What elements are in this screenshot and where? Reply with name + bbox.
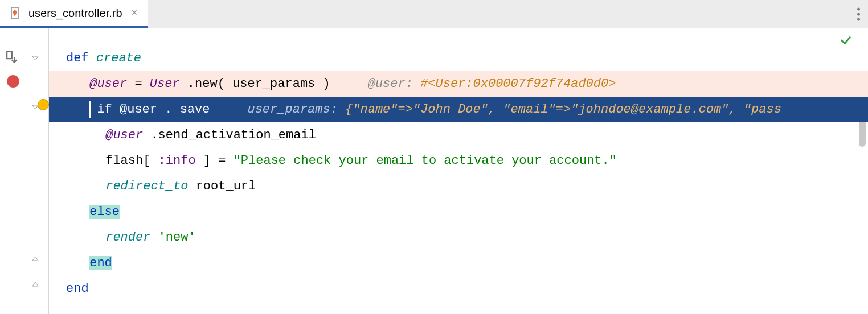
breakpoint-icon[interactable] — [7, 75, 19, 88]
code-area[interactable]: def create @user = User .new( user_param… — [49, 28, 868, 314]
fold-handle-up-icon[interactable] — [31, 253, 40, 262]
tab-filename: users_controller.rb — [28, 7, 122, 20]
code-line-breakpoint[interactable]: @user = User .new( user_params ) @user: … — [49, 71, 868, 97]
svg-rect-0 — [7, 51, 12, 59]
ruby-file-icon — [8, 6, 22, 20]
ivar: @user — [105, 128, 143, 142]
keyword: if — [97, 102, 112, 117]
render: render — [105, 230, 150, 245]
arg: user_params — [232, 77, 315, 91]
keyword-else: else — [89, 205, 120, 219]
string: 'new' — [158, 230, 196, 245]
gutter-actions — [0, 28, 26, 314]
inline-hint-label: user_params: — [247, 102, 337, 117]
code-line-execution[interactable]: if @user . save user_params: {"name"=>"J… — [49, 97, 868, 122]
code-line[interactable]: end — [49, 276, 868, 301]
symbol: :info — [158, 154, 196, 168]
paren: ) — [323, 77, 330, 91]
step-into-icon[interactable] — [6, 50, 21, 69]
method-name: create — [96, 51, 141, 65]
kebab-menu-icon[interactable] — [857, 7, 860, 20]
op: = — [134, 77, 149, 91]
ivar: @user — [89, 77, 127, 91]
code-line[interactable]: render 'new' — [49, 225, 868, 250]
keyword: def — [66, 51, 89, 65]
redirect: redirect_to — [105, 179, 188, 193]
inline-hint-value: {"name"=>"John Doe", "email"=>"johndoe@e… — [345, 102, 781, 117]
execution-point-icon — [38, 99, 49, 110]
editor-area: def create @user = User .new( user_param… — [0, 28, 868, 314]
bracket: ] = — [203, 154, 234, 168]
code-line[interactable]: flash[ :info ] = "Please check your emai… — [49, 148, 868, 173]
editor-tab[interactable]: users_controller.rb × — [0, 0, 148, 28]
code-line[interactable]: @user .send_activation_email — [49, 122, 868, 148]
frame-arrow-group[interactable] — [38, 99, 49, 110]
code-line[interactable]: def create — [49, 46, 868, 71]
tab-bar: users_controller.rb × — [0, 0, 868, 28]
method-call: save — [180, 102, 210, 117]
dot: . — [165, 102, 172, 117]
keyword-end: end — [66, 282, 89, 296]
string: "Please check your email to activate you… — [234, 154, 617, 168]
ivar: @user — [120, 102, 157, 117]
fold-handle-up-icon[interactable] — [31, 279, 40, 288]
fold-handle-icon[interactable] — [31, 52, 40, 61]
gutter-fold — [26, 28, 49, 314]
arg: root_url — [196, 179, 256, 193]
close-tab-icon[interactable]: × — [132, 7, 138, 19]
code-line[interactable]: end — [49, 250, 868, 276]
class-ref: User — [150, 77, 180, 91]
code-line[interactable]: else — [49, 199, 868, 225]
call: .new( — [187, 77, 225, 91]
tab-bar-actions — [857, 7, 860, 20]
code-line[interactable]: redirect_to root_url — [49, 173, 868, 199]
method-call: .send_activation_email — [150, 128, 316, 142]
caret — [89, 101, 91, 118]
keyword-end: end — [89, 256, 112, 270]
inline-hint-value: #<User:0x00007f92f74ad0d0> — [420, 77, 616, 91]
flash: flash[ — [105, 154, 150, 168]
inline-hint-label: @user: — [368, 77, 413, 91]
